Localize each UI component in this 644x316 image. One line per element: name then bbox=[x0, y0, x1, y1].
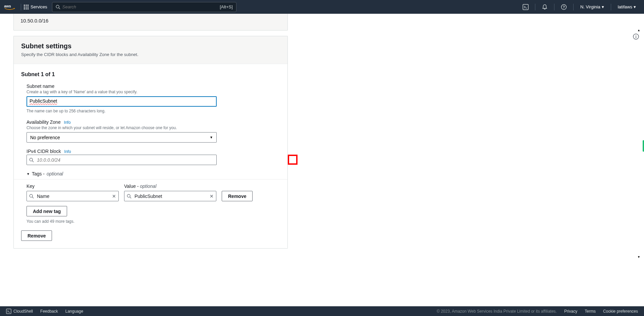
search-input[interactable] bbox=[62, 4, 220, 9]
svg-rect-5 bbox=[26, 6, 27, 7]
services-grid-icon bbox=[24, 5, 29, 9]
divider bbox=[554, 4, 554, 10]
help-icon[interactable]: ? bbox=[557, 0, 571, 14]
svg-rect-8 bbox=[26, 8, 27, 9]
cloudshell-icon[interactable] bbox=[519, 0, 532, 14]
divider bbox=[535, 4, 535, 10]
svg-line-11 bbox=[59, 8, 60, 9]
svg-text:aws: aws bbox=[4, 4, 11, 8]
svg-rect-2 bbox=[26, 5, 27, 6]
svg-rect-9 bbox=[28, 8, 29, 9]
topnav-right: ? N. Virginia ▾ latifaws ▾ bbox=[519, 0, 640, 14]
user-label: latifaws bbox=[618, 4, 632, 9]
svg-rect-7 bbox=[24, 8, 25, 9]
services-menu[interactable]: Services bbox=[24, 4, 47, 9]
divider bbox=[21, 4, 21, 10]
caret-down-icon: ▾ bbox=[602, 4, 604, 9]
top-nav: aws Services [Alt+S] ? N. Virginia ▾ bbox=[0, 0, 644, 14]
svg-rect-1 bbox=[24, 5, 25, 6]
region-selector[interactable]: N. Virginia ▾ bbox=[576, 4, 608, 9]
notifications-icon[interactable] bbox=[538, 0, 551, 14]
divider bbox=[573, 4, 574, 10]
aws-logo[interactable]: aws bbox=[4, 4, 15, 10]
svg-rect-4 bbox=[24, 6, 25, 7]
search-box[interactable]: [Alt+S] bbox=[52, 2, 236, 12]
search-shortcut: [Alt+S] bbox=[220, 4, 233, 9]
svg-point-10 bbox=[56, 5, 59, 8]
user-menu[interactable]: latifaws ▾ bbox=[614, 4, 640, 9]
svg-rect-6 bbox=[28, 6, 29, 7]
svg-text:?: ? bbox=[563, 5, 565, 9]
divider bbox=[611, 4, 611, 10]
caret-down-icon: ▾ bbox=[634, 4, 636, 9]
services-label: Services bbox=[31, 4, 47, 9]
svg-rect-3 bbox=[28, 5, 29, 6]
search-icon bbox=[56, 5, 60, 9]
region-label: N. Virginia bbox=[580, 4, 600, 9]
